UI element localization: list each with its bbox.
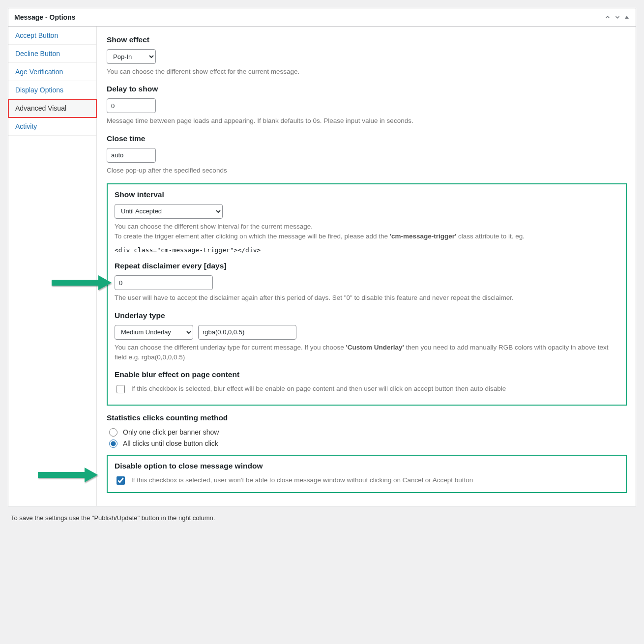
close-time-input[interactable] (107, 148, 156, 163)
svg-marker-4 (85, 468, 98, 482)
chevron-down-icon[interactable] (614, 14, 621, 21)
close-time-title: Close time (107, 134, 627, 143)
panel-header-icons (604, 14, 630, 21)
panel-title: Message - Options (14, 13, 75, 21)
highlight-box-2: Disable option to close message window I… (107, 455, 627, 493)
panel: Message - Options Accept Button Decline … (8, 8, 636, 506)
stats-opt1-label: Only one click per banner show (123, 428, 219, 436)
underlay-title: Underlay type (115, 311, 619, 320)
sidebar-item-accept-button[interactable]: Accept Button (8, 27, 96, 45)
show-effect-select[interactable]: Pop-In (107, 49, 156, 64)
panel-body: Accept Button Decline Button Age Verific… (8, 27, 636, 506)
show-effect-title: Show effect (107, 35, 627, 44)
sidebar: Accept Button Decline Button Age Verific… (8, 27, 97, 506)
blur-label: If this checkbox is selected, blur effec… (131, 384, 619, 394)
show-interval-title: Show interval (115, 190, 619, 199)
delay-title: Delay to show (107, 85, 627, 93)
show-effect-help: You can choose the different show effect… (107, 67, 627, 77)
svg-rect-3 (38, 472, 85, 478)
close-time-help: Close pop-up after the specified seconds (107, 166, 627, 176)
footer-note: To save the settings use the "Publish/Up… (8, 506, 636, 525)
trigger-code-snippet: <div class="cm-message-trigger"></div> (115, 246, 619, 254)
sidebar-item-decline-button[interactable]: Decline Button (8, 45, 96, 63)
svg-marker-2 (98, 275, 112, 290)
delay-help: Message time between page loads and appe… (107, 116, 627, 126)
arrow-icon (33, 466, 102, 485)
underlay-color-input[interactable] (198, 325, 296, 340)
sidebar-item-advanced-visual[interactable]: Advanced Visual (8, 99, 96, 117)
sidebar-item-age-verification[interactable]: Age Verification (8, 63, 96, 81)
repeat-input[interactable] (115, 275, 213, 290)
chevron-up-icon[interactable] (604, 14, 611, 21)
underlay-help: You can choose the different underlay ty… (115, 343, 619, 363)
panel-header: Message - Options (8, 8, 636, 27)
disable-close-checkbox[interactable] (117, 476, 125, 485)
highlight-box-1: Show interval Until Accepted You can cho… (107, 183, 627, 406)
disable-close-title: Disable option to close message window (115, 462, 619, 470)
stats-opt2-label: All clicks until close button click (123, 439, 218, 447)
stats-title: Statistics clicks counting method (107, 413, 627, 422)
svg-rect-1 (52, 280, 98, 286)
sidebar-item-display-options[interactable]: Display Options (8, 81, 96, 99)
content: Show effect Pop-In You can choose the di… (97, 27, 636, 506)
repeat-help: The user will have to accept the disclai… (115, 293, 619, 303)
repeat-title: Repeat disclaimer every [days] (115, 262, 619, 270)
delay-input[interactable] (107, 98, 156, 113)
blur-checkbox[interactable] (117, 385, 125, 393)
underlay-select[interactable]: Medium Underlay (115, 325, 193, 340)
stats-radio-one-click[interactable] (109, 428, 117, 437)
svg-marker-0 (625, 16, 629, 19)
stats-radio-all-clicks[interactable] (109, 439, 117, 448)
disable-close-label: If this checkbox is selected, user won't… (131, 475, 619, 485)
blur-title: Enable blur effect on page content (115, 370, 619, 379)
collapse-icon[interactable] (624, 14, 630, 20)
show-interval-select[interactable]: Until Accepted (115, 204, 223, 219)
arrow-icon (47, 273, 116, 293)
show-interval-help: You can choose the different show interv… (115, 222, 619, 242)
sidebar-item-activity[interactable]: Activity (8, 117, 96, 136)
